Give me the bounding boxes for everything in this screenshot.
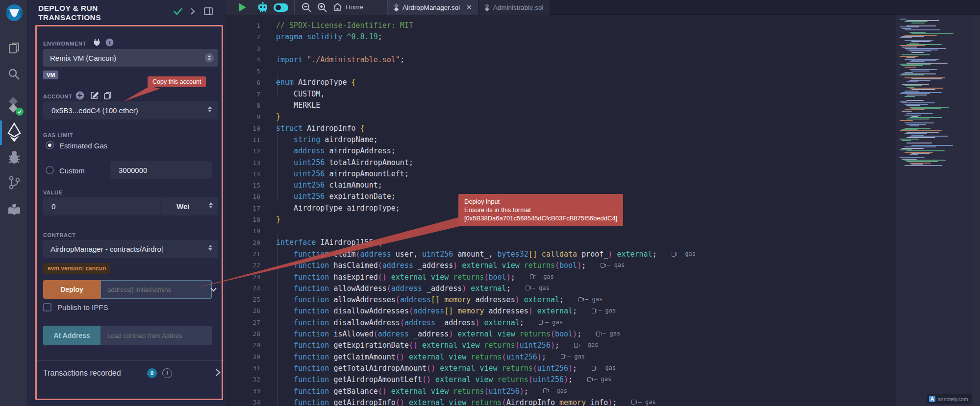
estimated-gas-radio[interactable]	[46, 141, 54, 149]
code-line[interactable]: 30 function getClaimAmount() external vi…	[226, 351, 980, 362]
account-select[interactable]: 0x5B3...eddC4 (100 ether)	[43, 101, 218, 119]
code-text: function allowAddress(address _address) …	[260, 283, 550, 294]
fork-plug-icon[interactable]	[93, 39, 101, 48]
code-line[interactable]: 28 function isAllowed(address _address) …	[226, 328, 980, 339]
pin-panel-icon[interactable]	[203, 7, 213, 18]
minimap-line	[902, 148, 924, 149]
at-address-input[interactable]	[101, 326, 212, 345]
copilot-toggle[interactable]	[274, 3, 288, 12]
minimap-line	[902, 84, 929, 85]
code-line[interactable]: 8 MERKLE	[226, 100, 980, 111]
code-line[interactable]: 23 function hasExpired() external view r…	[226, 271, 980, 283]
custom-gas-radio[interactable]	[46, 166, 54, 174]
at-address-button[interactable]: At Address	[43, 326, 101, 345]
learneth-plugin-icon[interactable]	[0, 203, 28, 216]
copy-account-icon[interactable]	[103, 91, 112, 102]
deploy-button[interactable]: Deploy	[43, 280, 101, 299]
code-line[interactable]: 4import "./Administrable.sol";	[226, 54, 980, 66]
minimap-line	[906, 20, 939, 21]
file-explorer-icon[interactable]	[0, 41, 28, 55]
minimap[interactable]	[896, 15, 974, 406]
minimap-line	[905, 109, 925, 110]
expand-constructor-args-icon[interactable]	[210, 286, 217, 294]
code-line[interactable]: 19	[226, 225, 980, 237]
code-line[interactable]: 6enum AirdropType {	[226, 77, 980, 88]
code-line[interactable]: 5	[226, 66, 980, 77]
tab-home[interactable]: Home	[333, 2, 363, 12]
deploy-args-input[interactable]	[101, 280, 212, 299]
minimap-line	[902, 102, 935, 103]
deploy-run-icon[interactable]	[0, 122, 28, 143]
line-number: 34	[226, 397, 260, 406]
code-line[interactable]: 12 address airdropAddress;	[226, 145, 980, 157]
code-line[interactable]: 29 function getExpirationDate() external…	[226, 339, 980, 351]
environment-select-arrows-icon	[204, 53, 214, 63]
close-tab-icon[interactable]: ✕	[466, 3, 472, 11]
compile-success-check-icon	[173, 7, 183, 17]
minimap-line	[905, 104, 928, 105]
code-line[interactable]: 14 uint256 airdropAmountLeft;	[226, 168, 980, 180]
minimap-line	[905, 146, 936, 147]
code-line[interactable]: 22 function hasClaimed(address _address)…	[226, 260, 980, 271]
code-line[interactable]: 3	[226, 43, 980, 54]
environment-select[interactable]: Remix VM (Cancun)	[43, 49, 218, 67]
code-line[interactable]: 33 function getBalance() external view r…	[226, 385, 980, 397]
code-text: uint256 airdropAmountLeft;	[260, 168, 409, 180]
source-control-icon[interactable]	[0, 175, 28, 190]
minimap-line	[905, 48, 946, 49]
code-line[interactable]: 15 uint256 claimAmount;	[226, 180, 980, 191]
line-number: 30	[226, 351, 260, 362]
search-icon[interactable]	[0, 68, 28, 81]
code-line[interactable]: 2pragma solidity ^0.8.19;	[226, 31, 980, 43]
custom-gas-label: Custom	[59, 167, 85, 175]
minimap-line	[911, 71, 930, 72]
minimap-line	[909, 107, 949, 108]
editor-scrollbar[interactable]	[974, 15, 980, 406]
code-line[interactable]: 26 function disallowAddresses(address[] …	[226, 305, 980, 316]
panel-collapse-chevron-icon[interactable]	[190, 7, 196, 17]
code-line[interactable]: 24 function allowAddress(address _addres…	[226, 283, 980, 294]
minimap-line	[909, 125, 919, 126]
transactions-expand-chevron-icon[interactable]	[215, 368, 221, 379]
code-line[interactable]: 9}	[226, 111, 980, 122]
code-line[interactable]: 32 function getAirdropAmountLeft() exter…	[226, 374, 980, 385]
zoom-in-icon[interactable]	[317, 2, 328, 15]
tab-airdropmanager[interactable]: AirdropManager.sol ✕	[387, 0, 478, 15]
code-line[interactable]: 27 function disallowAddress(address _add…	[226, 317, 980, 328]
solidity-compiler-icon[interactable]	[0, 96, 28, 116]
code-line[interactable]: 7 CUSTOM,	[226, 89, 980, 100]
contract-select[interactable]: AirdropManager - contracts/Airdro |	[43, 240, 218, 258]
edit-account-icon[interactable]	[90, 91, 99, 102]
transactions-info-icon[interactable]: i	[162, 368, 172, 378]
code-line[interactable]: 34 function getAirdropInfo() external vi…	[226, 397, 980, 406]
ai-assistant-robot-icon[interactable]	[257, 2, 269, 15]
code-line[interactable]: 11 string airdropName;	[226, 134, 980, 145]
minimap-line	[906, 25, 936, 26]
code-line[interactable]: 13 uint256 totalAirdropAmount;	[226, 157, 980, 168]
publish-ipfs-checkbox[interactable]	[43, 303, 51, 311]
gas-limit-label: GAS LIMIT	[43, 132, 73, 138]
environment-info-icon[interactable]: i	[105, 38, 114, 48]
minimap-line	[905, 72, 913, 73]
code-line[interactable]: 10struct AirdropInfo {	[226, 123, 980, 134]
code-line[interactable]: 1// SPDX-License-Identifier: MIT	[226, 20, 980, 31]
gas-estimate-decoration: – gas	[631, 397, 655, 406]
run-script-play-icon[interactable]	[239, 3, 246, 12]
activity-bar	[0, 0, 28, 406]
remix-logo[interactable]	[0, 3, 28, 23]
code-line[interactable]: 21 function claim(address user, uint256 …	[226, 248, 980, 260]
zoom-out-icon[interactable]	[301, 2, 312, 15]
minimap-line	[900, 93, 930, 94]
tab-administrable[interactable]: Administrable.sol	[478, 0, 550, 15]
debugger-icon[interactable]	[0, 150, 28, 165]
minimap-line	[905, 67, 916, 68]
code-line[interactable]: 31 function getTotalAirdropAmount() exte…	[226, 362, 980, 374]
value-input[interactable]	[43, 197, 161, 215]
value-unit-select[interactable]: Wei	[162, 197, 218, 215]
add-account-icon[interactable]	[75, 91, 84, 102]
code-line[interactable]: 25 function allowAddresses(address[] mem…	[226, 294, 980, 305]
minimap-content	[896, 15, 974, 191]
custom-gas-input[interactable]	[110, 161, 212, 179]
code-line[interactable]: 20interface IAirdrop1155 {	[226, 237, 980, 248]
contract-value: AirdropManager - contracts/Airdro	[43, 245, 161, 253]
